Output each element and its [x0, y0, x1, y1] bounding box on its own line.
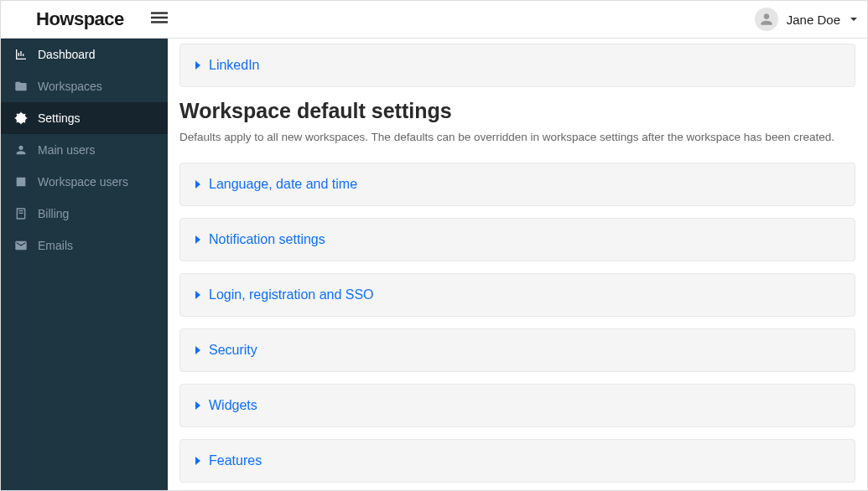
accordion-label: Language, date and time	[209, 177, 357, 192]
accordion-features[interactable]: Features	[179, 439, 855, 483]
svg-rect-2	[151, 21, 168, 23]
accordion-widgets[interactable]: Widgets	[179, 384, 855, 427]
section-subtext: Defaults apply to all new workspaces. Th…	[179, 130, 855, 146]
avatar-icon	[755, 8, 778, 31]
caret-right-icon	[195, 180, 200, 189]
accordion-login-sso[interactable]: Login, registration and SSO	[179, 273, 855, 317]
sidebar-item-main-users[interactable]: Main users	[1, 134, 168, 166]
sidebar-item-label: Emails	[38, 239, 73, 252]
accordion-notifications[interactable]: Notification settings	[179, 218, 855, 261]
gears-icon	[14, 111, 28, 125]
caret-right-icon	[195, 457, 200, 465]
sidebar-item-label: Workspaces	[38, 80, 102, 93]
accordion-label: Notification settings	[209, 232, 325, 247]
sidebar-item-dashboard[interactable]: Dashboard	[1, 39, 168, 70]
sidebar: Dashboard Workspaces Settings Main users…	[1, 39, 168, 491]
accordion-security[interactable]: Security	[179, 328, 855, 372]
user-icon	[14, 143, 28, 157]
accordion-label: Login, registration and SSO	[209, 287, 374, 302]
chart-icon	[14, 48, 28, 61]
logo: Howspace	[11, 8, 141, 30]
svg-rect-0	[151, 12, 168, 14]
envelope-icon	[14, 239, 28, 252]
caret-right-icon	[195, 235, 200, 244]
sidebar-item-workspace-users[interactable]: Workspace users	[1, 166, 168, 198]
chevron-down-icon	[850, 18, 857, 21]
sidebar-item-emails[interactable]: Emails	[1, 230, 168, 261]
user-menu[interactable]: Jane Doe	[755, 8, 857, 31]
accordion-label: LinkedIn	[209, 58, 260, 73]
sidebar-item-settings[interactable]: Settings	[1, 102, 168, 134]
book-icon	[14, 207, 28, 220]
svg-rect-1	[151, 16, 168, 18]
section-heading: Workspace default settings	[179, 99, 855, 123]
folder-icon	[14, 80, 28, 93]
main-content: LinkedIn Workspace default settings Defa…	[168, 39, 867, 491]
sidebar-item-billing[interactable]: Billing	[1, 198, 168, 230]
app-header: Howspace Jane Doe	[1, 1, 867, 39]
sidebar-item-workspaces[interactable]: Workspaces	[1, 70, 168, 102]
accordion-label: Security	[209, 343, 257, 358]
sidebar-item-label: Main users	[38, 143, 95, 157]
accordion-linkedin[interactable]: LinkedIn	[179, 44, 855, 87]
sidebar-item-label: Workspace users	[38, 175, 128, 189]
address-icon	[14, 175, 28, 189]
accordion-label: Widgets	[209, 398, 257, 413]
sidebar-item-label: Dashboard	[38, 48, 96, 61]
accordion-label: Features	[209, 453, 262, 468]
sidebar-item-label: Billing	[38, 207, 69, 220]
sidebar-item-label: Settings	[38, 111, 81, 125]
caret-right-icon	[195, 346, 200, 354]
caret-right-icon	[195, 401, 200, 410]
username-label: Jane Doe	[787, 13, 840, 27]
caret-right-icon	[195, 61, 200, 70]
hamburger-menu-icon[interactable]	[151, 9, 168, 30]
accordion-language[interactable]: Language, date and time	[179, 163, 855, 206]
caret-right-icon	[195, 291, 200, 299]
